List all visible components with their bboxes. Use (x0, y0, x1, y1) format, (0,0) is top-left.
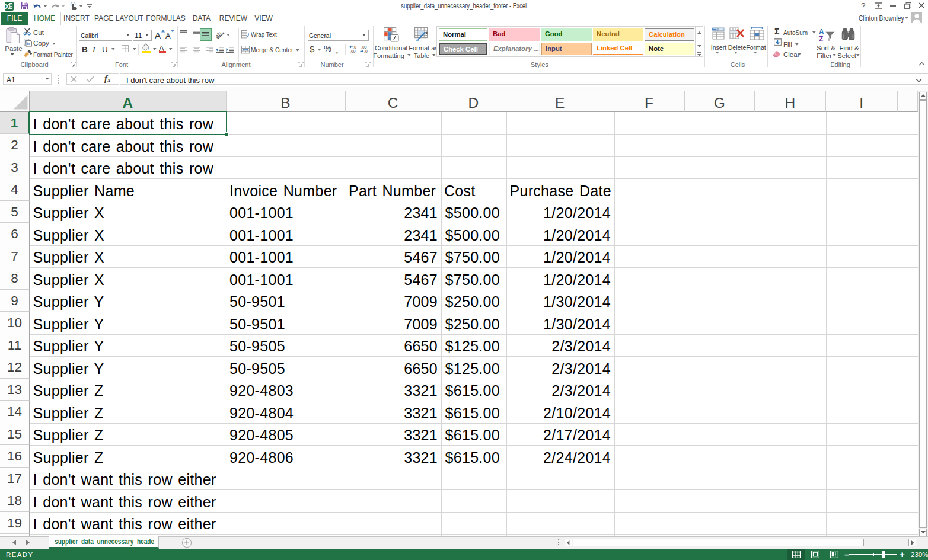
svg-text:.0: .0 (364, 49, 368, 53)
svg-text:Z: Z (819, 35, 823, 43)
svg-text:.00: .00 (350, 49, 356, 53)
svg-text:.00: .00 (361, 45, 367, 49)
svg-text:.0: .0 (353, 45, 356, 49)
svg-text:X: X (5, 3, 9, 10)
